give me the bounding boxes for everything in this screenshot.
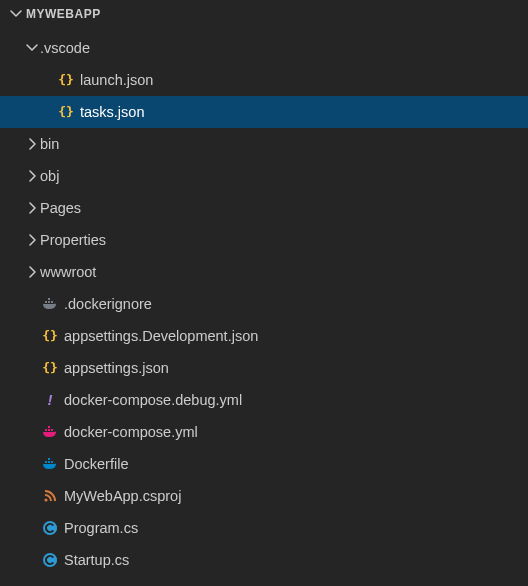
file-startup-cs[interactable]: Startup.cs bbox=[0, 544, 528, 576]
spacer bbox=[40, 104, 56, 120]
file-appsettings[interactable]: appsettings.json bbox=[0, 352, 528, 384]
file-launch-json[interactable]: launch.json bbox=[0, 64, 528, 96]
file-docker-compose[interactable]: docker-compose.yml bbox=[0, 416, 528, 448]
exclaim-icon bbox=[42, 392, 58, 408]
spacer bbox=[24, 552, 40, 568]
file-tasks-json[interactable]: tasks.json bbox=[0, 96, 528, 128]
file-label: docker-compose.yml bbox=[64, 424, 198, 440]
folder-label: Pages bbox=[40, 200, 81, 216]
folder-label: obj bbox=[40, 168, 59, 184]
chevron-right-icon bbox=[24, 136, 40, 152]
folder-label: bin bbox=[40, 136, 59, 152]
file-label: Startup.cs bbox=[64, 552, 129, 568]
chevron-right-icon bbox=[24, 264, 40, 280]
explorer-title: MYWEBAPP bbox=[26, 7, 101, 21]
file-tree: .vscode launch.json tasks.json bin obj P… bbox=[0, 28, 528, 576]
json-icon bbox=[58, 72, 74, 88]
file-label: Dockerfile bbox=[64, 456, 128, 472]
folder-wwwroot[interactable]: wwwroot bbox=[0, 256, 528, 288]
file-label: tasks.json bbox=[80, 104, 144, 120]
chevron-down-icon bbox=[24, 40, 40, 56]
folder-vscode[interactable]: .vscode bbox=[0, 32, 528, 64]
chevron-right-icon bbox=[24, 232, 40, 248]
chevron-right-icon bbox=[24, 200, 40, 216]
file-label: .dockerignore bbox=[64, 296, 152, 312]
spacer bbox=[24, 456, 40, 472]
folder-bin[interactable]: bin bbox=[0, 128, 528, 160]
spacer bbox=[24, 424, 40, 440]
folder-properties[interactable]: Properties bbox=[0, 224, 528, 256]
folder-pages[interactable]: Pages bbox=[0, 192, 528, 224]
docker-icon bbox=[42, 296, 58, 312]
file-appsettings-dev[interactable]: appsettings.Development.json bbox=[0, 320, 528, 352]
file-docker-compose-debug[interactable]: docker-compose.debug.yml bbox=[0, 384, 528, 416]
spacer bbox=[24, 360, 40, 376]
file-label: launch.json bbox=[80, 72, 153, 88]
spacer bbox=[40, 72, 56, 88]
file-dockerfile[interactable]: Dockerfile bbox=[0, 448, 528, 480]
json-icon bbox=[58, 104, 74, 120]
json-icon bbox=[42, 328, 58, 344]
folder-label: Properties bbox=[40, 232, 106, 248]
csharp-icon bbox=[42, 552, 58, 568]
file-label: appsettings.Development.json bbox=[64, 328, 258, 344]
folder-label: wwwroot bbox=[40, 264, 96, 280]
file-label: docker-compose.debug.yml bbox=[64, 392, 242, 408]
chevron-down-icon bbox=[8, 6, 24, 22]
spacer bbox=[24, 296, 40, 312]
spacer bbox=[24, 488, 40, 504]
explorer-header[interactable]: MYWEBAPP bbox=[0, 0, 528, 28]
file-label: appsettings.json bbox=[64, 360, 169, 376]
file-program-cs[interactable]: Program.cs bbox=[0, 512, 528, 544]
spacer bbox=[24, 520, 40, 536]
spacer bbox=[24, 392, 40, 408]
folder-obj[interactable]: obj bbox=[0, 160, 528, 192]
csharp-icon bbox=[42, 520, 58, 536]
docker-icon bbox=[42, 424, 58, 440]
docker-icon bbox=[42, 456, 58, 472]
spacer bbox=[24, 328, 40, 344]
file-label: MyWebApp.csproj bbox=[64, 488, 181, 504]
file-label: Program.cs bbox=[64, 520, 138, 536]
file-dockerignore[interactable]: .dockerignore bbox=[0, 288, 528, 320]
rss-icon bbox=[42, 488, 58, 504]
chevron-right-icon bbox=[24, 168, 40, 184]
folder-label: .vscode bbox=[40, 40, 90, 56]
json-icon bbox=[42, 360, 58, 376]
file-csproj[interactable]: MyWebApp.csproj bbox=[0, 480, 528, 512]
